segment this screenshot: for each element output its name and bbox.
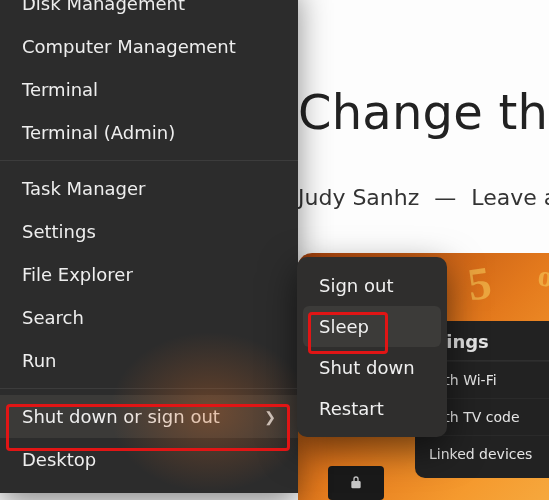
lock-icon-button[interactable]	[328, 466, 384, 500]
article-title: Change the	[298, 84, 549, 140]
submenu-item-label: Sleep	[319, 316, 369, 337]
menu-item-shut-down-or-sign-out[interactable]: Shut down or sign out ❯	[0, 395, 298, 438]
menu-separator	[0, 160, 298, 161]
decorative-text: 5	[464, 256, 494, 312]
winx-context-menu[interactable]: Disk Management Computer Management Term…	[0, 0, 298, 493]
menu-item-label: Settings	[22, 221, 96, 242]
menu-item-settings[interactable]: Settings	[0, 210, 298, 253]
article-byline: Judy Sanhz — Leave a	[298, 185, 549, 210]
decorative-text: o	[536, 258, 549, 293]
chevron-right-icon: ❯	[264, 409, 276, 425]
menu-item-terminal-admin[interactable]: Terminal (Admin)	[0, 111, 298, 154]
menu-item-file-explorer[interactable]: File Explorer	[0, 253, 298, 296]
settings-card-row[interactable]: Linked devices	[415, 435, 549, 472]
byline-leave-comment[interactable]: Leave a	[471, 185, 549, 210]
menu-item-run[interactable]: Run	[0, 339, 298, 382]
menu-item-label: Computer Management	[22, 36, 236, 57]
menu-item-terminal[interactable]: Terminal	[0, 68, 298, 111]
menu-item-computer-management[interactable]: Computer Management	[0, 25, 298, 68]
menu-item-label: Desktop	[22, 449, 96, 470]
byline-author[interactable]: Judy Sanhz	[298, 185, 419, 210]
submenu-item-restart[interactable]: Restart	[303, 388, 441, 429]
menu-item-search[interactable]: Search	[0, 296, 298, 339]
submenu-item-shut-down[interactable]: Shut down	[303, 347, 441, 388]
lock-icon	[348, 475, 364, 491]
menu-item-label: Terminal (Admin)	[22, 122, 175, 143]
submenu-item-label: Sign out	[319, 275, 393, 296]
menu-item-label: File Explorer	[22, 264, 133, 285]
submenu-item-sleep[interactable]: Sleep	[303, 306, 441, 347]
menu-item-disk-management[interactable]: Disk Management	[0, 0, 298, 25]
submenu-item-sign-out[interactable]: Sign out	[303, 265, 441, 306]
menu-item-label: Search	[22, 307, 84, 328]
menu-item-label: Run	[22, 350, 57, 371]
submenu-item-label: Shut down	[319, 357, 415, 378]
menu-item-label: Task Manager	[22, 178, 145, 199]
menu-separator	[0, 388, 298, 389]
menu-item-task-manager[interactable]: Task Manager	[0, 167, 298, 210]
byline-separator: —	[434, 185, 456, 210]
menu-item-label: Disk Management	[22, 0, 185, 14]
menu-item-label: Shut down or sign out	[22, 406, 220, 427]
menu-item-label: Terminal	[22, 79, 98, 100]
menu-item-desktop[interactable]: Desktop	[0, 438, 298, 481]
submenu-item-label: Restart	[319, 398, 384, 419]
power-submenu[interactable]: Sign out Sleep Shut down Restart	[297, 257, 447, 437]
